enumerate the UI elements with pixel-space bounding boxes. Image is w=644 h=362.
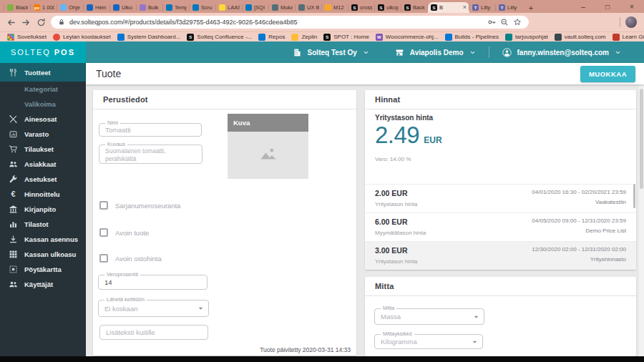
extension-pen[interactable] [577, 18, 586, 27]
sidebar-item-p-yt-kartta[interactable]: Pöytäkartta [0, 262, 86, 277]
checkbox[interactable] [99, 201, 108, 210]
mittayksikko-select[interactable]: Mittayksikkö Kilogramma [374, 334, 483, 349]
tab-favicon [325, 4, 331, 11]
sidebar-item-label: Varasto [24, 130, 49, 138]
sidebar-item-tilaukset[interactable]: Tilaukset [0, 142, 86, 157]
people-icon [9, 280, 18, 289]
tab-temp[interactable]: Temp [163, 2, 190, 13]
bookmark-learn-git-branching[interactable]: Learn Git Branching [613, 34, 644, 41]
price-row[interactable]: 6.00 EUR Myymälätason hinta 04/05/2020 0… [365, 212, 636, 241]
extension-blue-square[interactable] [534, 18, 543, 27]
tab-cross[interactable]: S cross [348, 2, 375, 13]
nimi-field[interactable]: Nimi Tomaatti [99, 123, 202, 137]
sidebar-item-tilastot[interactable]: Tilastot [0, 217, 86, 232]
tab-title: 1 000 [42, 4, 54, 11]
checkbox[interactable] [99, 254, 108, 263]
tab-ulko[interactable]: Ulko [110, 2, 137, 13]
mitta-select[interactable]: Mitta Massa [374, 308, 484, 325]
bookmark-favicon [291, 34, 298, 41]
sidebar-item-kassan-asennus[interactable]: Kassan asennus [0, 232, 86, 247]
sidebar-item-label: Tilastot [24, 220, 49, 228]
veroprosentti-field[interactable]: Veroprosentti 14 [98, 275, 208, 290]
tab-sqi[interactable]: [SQI [243, 2, 269, 13]
checkbox-row[interactable]: Sarjanumeroseuranta [99, 201, 180, 210]
kuvaus-field[interactable]: Kuvaus Suomalainen tomaatti, perähikiält… [99, 145, 203, 164]
sidebar-item-kassan-ulkoasu[interactable]: Kassan ulkoasu [0, 247, 86, 262]
tab-1-000[interactable]: px 1 000 [31, 2, 57, 13]
edit-button[interactable]: MUOKKAA [580, 66, 635, 82]
bookmark-woocommerce-ohj[interactable]: W Woocommerce-ohj... [376, 34, 439, 41]
bookmark-sovellukset[interactable]: Sovellukset [7, 34, 47, 41]
tab-b[interactable]: S B × [428, 2, 469, 13]
tab-black[interactable]: Black [4, 2, 31, 13]
tab-scru[interactable]: Scru [190, 2, 216, 13]
sidebar-item-kirjanpito[interactable]: Kirjanpito [0, 202, 86, 217]
user-menu[interactable]: fanny.winsten@solteq.com [489, 48, 634, 57]
new-tab-button[interactable]: + [525, 2, 537, 13]
bookmark-zeplin[interactable]: Zeplin [291, 34, 317, 41]
tab-ulkop[interactable]: S ulkop [375, 2, 401, 13]
close-button[interactable]: × [620, 0, 644, 13]
checkbox-row[interactable]: Avoin ostohinta [99, 254, 162, 263]
sidebar-item-asetukset[interactable]: Asetukset [0, 172, 86, 187]
profile-avatar[interactable] [625, 16, 637, 28]
panel-scrollbar[interactable] [633, 184, 635, 208]
extension-ghost[interactable] [562, 18, 572, 27]
tab-title: Temp [175, 4, 187, 11]
back-button[interactable] [6, 17, 16, 27]
lock-icon [58, 19, 65, 26]
tab-back[interactable]: S Back [401, 2, 428, 13]
bookmark-leylan-koodaukset[interactable]: Leylan koodaukset [53, 34, 111, 41]
price-row[interactable]: 3.00 EUR Yritystason hinta 12/30/2020 02… [365, 241, 636, 270]
laheta-keittioon-select[interactable]: Lähetä keittiöön Ei koskaan [98, 300, 209, 317]
tab-liity[interactable]: T Liity [469, 2, 496, 13]
price-row[interactable]: 2.00 EUR Yritystason hinta 04/01/2020 16… [365, 184, 636, 212]
person-icon [502, 48, 512, 57]
bookmark-vault-solteq-com[interactable]: vault.solteq.com [555, 34, 606, 41]
tab-m12[interactable]: M12 [322, 2, 348, 13]
sidebar-item-k-ytt-j-t[interactable]: Käyttäjät [0, 277, 86, 292]
page-scrollbar[interactable] [639, 84, 644, 356]
extension-ms-grid[interactable] [605, 18, 615, 27]
url-bar[interactable]: dev.solteqpos.com/#/products/details/f3d… [51, 16, 529, 29]
bookmark-system-dashboard[interactable]: System Dashboard... [117, 34, 181, 41]
tab-muka[interactable]: Muka [269, 2, 296, 13]
bookmark-tarjouspohjat[interactable]: tarjouspohjat [505, 34, 548, 41]
bookmark-solteq-confluence[interactable]: S Solteq Confluence -... [187, 34, 252, 41]
bookmark-spot-home[interactable]: S SPOT : Home [323, 34, 369, 41]
sidebar-item-tuotteet[interactable]: Tuotteet [0, 63, 86, 82]
sidebar-item-hinnoittelu[interactable]: € Hinnoittelu [0, 187, 86, 202]
tab-close-icon[interactable]: × [463, 4, 467, 11]
select-arrow-icon [473, 313, 479, 320]
cart-icon [9, 145, 18, 154]
company-selector[interactable]: Solteq Test Oy [280, 48, 382, 57]
tab-bulk[interactable]: Bulk [137, 2, 163, 13]
bookmark-repos[interactable]: Repos [258, 34, 285, 41]
reload-button[interactable] [36, 17, 46, 27]
extension-blue-circle[interactable] [548, 18, 557, 27]
sidebar-item-valikoima[interactable]: Valikoima [0, 97, 86, 112]
sidebar-item-asiakkaat[interactable]: Asiakkaat [0, 157, 86, 172]
tab-laas[interactable]: LAAS [216, 2, 243, 13]
tab-liity[interactable]: T Liity [496, 2, 522, 13]
sidebar-item-ainesosat[interactable]: Ainesosat [0, 112, 86, 127]
product-image-placeholder[interactable]: Kuva [228, 114, 308, 179]
star-icon[interactable] [513, 18, 522, 26]
lisateksti-kuitille-input[interactable]: Lisäteksti kuitille [99, 325, 208, 340]
maximize-button[interactable]: □ [595, 0, 620, 13]
tab-ux-b[interactable]: UX B [296, 2, 322, 13]
sidebar-item-kategoriat[interactable]: Kategoriat [0, 82, 86, 97]
tab-hein[interactable]: Hein [84, 2, 110, 13]
checkbox[interactable] [99, 228, 108, 237]
minimize-button[interactable]: – [571, 0, 595, 13]
extension-camera[interactable] [591, 18, 600, 27]
sidebar-item-varasto[interactable]: Varasto [0, 127, 86, 142]
bookmarks-bar: Sovellukset Leylan koodaukset System Das… [0, 31, 644, 41]
store-selector[interactable]: Aviapolis Demo [382, 48, 489, 57]
bookmark-builds-pipelines[interactable]: Builds - Pipelines [445, 34, 499, 41]
tab-ohje[interactable]: Ohje [57, 2, 84, 13]
panel-title: Hinnat [365, 90, 636, 109]
checkbox-row[interactable]: Avoin tuote [99, 228, 149, 237]
forward-button[interactable] [21, 17, 31, 27]
zoom-icon[interactable] [500, 18, 509, 26]
